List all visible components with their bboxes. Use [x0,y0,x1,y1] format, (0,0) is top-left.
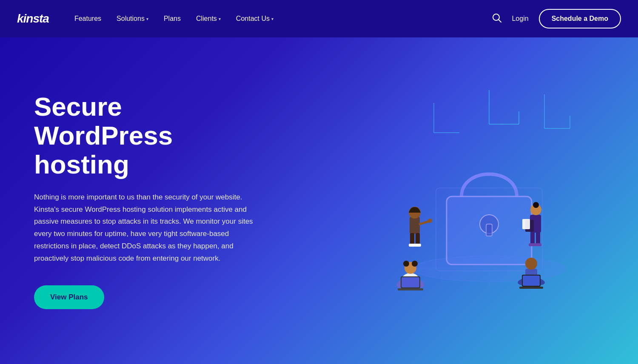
nav-links: Features Solutions ▾ Plans Clients ▾ Con… [74,15,493,23]
svg-rect-52 [523,276,540,286]
svg-rect-34 [536,232,540,245]
chevron-down-icon: ▾ [271,17,273,21]
hero-title: Secure WordPress hosting [34,92,264,179]
svg-rect-24 [410,233,414,245]
nav-features[interactable]: Features [74,15,101,23]
nav-right: Login Schedule a Demo [492,9,621,28]
search-button[interactable] [492,13,501,25]
brand-logo[interactable]: kinsta [17,12,49,26]
svg-rect-25 [416,233,420,245]
svg-rect-33 [530,232,535,245]
svg-point-47 [525,258,537,270]
nav-clients[interactable]: Clients ▾ [196,15,221,23]
svg-rect-27 [414,244,421,247]
svg-rect-32 [522,219,530,229]
svg-point-30 [533,202,539,208]
svg-rect-53 [519,287,543,289]
hero-illustration [340,37,638,364]
hero-content: Secure WordPress hosting Nothing is more… [0,67,298,335]
login-link[interactable]: Login [512,15,528,23]
navbar: kinsta Features Solutions ▾ Plans Client… [0,0,638,37]
svg-point-39 [403,261,409,267]
security-illustration [357,90,621,311]
svg-line-1 [498,20,501,22]
svg-rect-20 [410,217,420,234]
hero-description: Nothing is more important to us than the… [34,191,264,265]
chevron-down-icon: ▾ [219,17,221,21]
view-plans-button[interactable]: View Plans [34,285,104,309]
hero-section: Secure WordPress hosting Nothing is more… [0,37,638,364]
svg-point-40 [412,261,418,267]
nav-solutions[interactable]: Solutions ▾ [117,15,148,23]
svg-rect-45 [398,288,423,290]
nav-contact-us[interactable]: Contact Us ▾ [236,15,273,23]
svg-point-23 [428,219,432,223]
search-icon [492,13,501,23]
svg-rect-36 [534,243,541,246]
nav-plans[interactable]: Plans [164,15,181,23]
chevron-down-icon: ▾ [146,17,148,21]
svg-rect-44 [402,277,419,287]
schedule-demo-button[interactable]: Schedule a Demo [539,9,621,28]
